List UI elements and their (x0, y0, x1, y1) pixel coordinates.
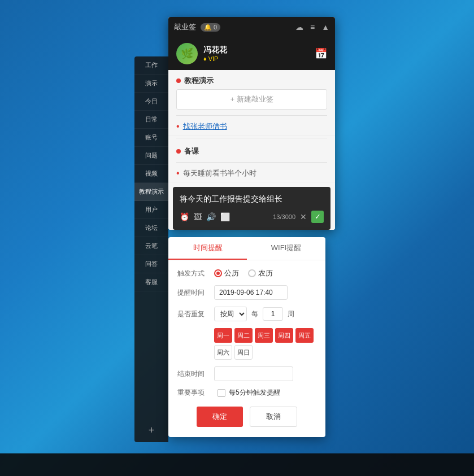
user-name-block: 冯花花 ♦ VIP (203, 45, 227, 62)
sidebar-item-9[interactable]: 论坛 (134, 219, 168, 237)
tutorial-section-header: 教程演示 (168, 70, 335, 89)
task-find-teacher[interactable]: • 找张老师借书 (168, 118, 335, 136)
sidebar-item-7[interactable]: 教程演示 (134, 183, 168, 201)
repeat-label: 是否重复 (177, 309, 214, 319)
important-row: 重要事项 每5分钟触发提醒 (177, 388, 316, 398)
edit-confirm-button[interactable]: ✓ (311, 211, 324, 223)
char-count: 13/3000 (273, 213, 295, 220)
weekday-thu[interactable]: 周四 (275, 328, 293, 343)
sidebar-item-3[interactable]: 日常 (134, 111, 168, 129)
weekday-wed[interactable]: 周三 (255, 328, 273, 343)
important-check-text: 每5分钟触发提醒 (229, 388, 280, 398)
task-read[interactable]: • 每天睡前看书半个小时 (168, 165, 335, 182)
taskbar (0, 453, 474, 476)
prepare-section-title: 备课 (184, 146, 199, 156)
audio-tool-icon[interactable]: 🔊 (206, 212, 216, 221)
user-name: 冯花花 (203, 45, 227, 55)
section-divider-2 (176, 138, 327, 138)
radio-dot-lunar (248, 269, 256, 277)
tab-wifi-reminder[interactable]: WIFI提醒 (247, 237, 325, 260)
task-bullet-icon-2: • (176, 169, 180, 178)
sidebar-item-8[interactable]: 用户 (134, 201, 168, 219)
end-time-control (214, 366, 316, 381)
tutorial-section-title: 教程演示 (184, 76, 214, 86)
reminder-dialog: 时间提醒 WIFI提醒 触发方式 公历 农历 提醒 (168, 237, 325, 437)
app-window: 敲业签 🔔 0 ☁ ≡ ▲ 🌿 冯花花 ♦ VIP 📅 教程演示 + 新建敲业 (168, 17, 335, 230)
sidebar-item-6[interactable]: 视频 (134, 165, 168, 183)
trigger-row: 触发方式 公历 农历 (177, 268, 316, 278)
repeat-unit-label: 周 (288, 309, 294, 319)
prepare-section-header: 备课 (168, 141, 335, 160)
new-task-button[interactable]: + 新建敲业签 (176, 89, 327, 110)
edit-toolbar: ⏰ 🖼 🔊 ⬜ 13/3000 ✕ ✓ (180, 211, 324, 223)
task-find-teacher-text: 找张老师借书 (183, 121, 227, 132)
edit-text[interactable]: 将今天的工作报告提交给组长 (180, 194, 324, 205)
red-dot-icon (176, 78, 181, 83)
sidebar-item-10[interactable]: 云笔 (134, 237, 168, 255)
sidebar-item-4[interactable]: 账号 (134, 129, 168, 147)
calendar-icon[interactable]: 📅 (315, 47, 327, 60)
menu-icon[interactable]: ≡ (310, 23, 315, 32)
repeat-number-input[interactable] (263, 307, 283, 321)
weekday-tue[interactable]: 周二 (234, 328, 253, 343)
reminder-tabs: 时间提醒 WIFI提醒 (168, 237, 325, 260)
sidebar-item-0[interactable]: 工作 (134, 56, 168, 75)
sidebar: 工作 演示 今日 日常 账号 问题 视频 教程演示 用户 论坛 云笔 问答 客服… (134, 56, 168, 442)
weekday-mon[interactable]: 周一 (214, 328, 232, 343)
user-info: 🌿 冯花花 ♦ VIP (176, 43, 227, 64)
section-divider-1 (176, 115, 327, 116)
image-tool-icon[interactable]: 🖼 (194, 212, 202, 221)
sidebar-item-5[interactable]: 问题 (134, 147, 168, 165)
important-control: 每5分钟触发提醒 (218, 388, 280, 398)
task-bullet-icon: • (176, 122, 180, 131)
repeat-control: 按周 按天 按月 每 周 (214, 307, 316, 321)
red-dot-icon-2 (176, 149, 181, 154)
square-tool-icon[interactable]: ⬜ (220, 212, 230, 221)
sidebar-item-12[interactable]: 客服 (134, 273, 168, 291)
important-checkbox[interactable] (218, 389, 225, 397)
task-read-text: 每天睡前看书半个小时 (183, 168, 256, 178)
end-time-row: 结束时间 (177, 366, 316, 381)
edit-box: 将今天的工作报告提交给组长 ⏰ 🖼 🔊 ⬜ 13/3000 ✕ ✓ (173, 187, 331, 230)
lunar-label: 农历 (258, 268, 273, 278)
repeat-row: 是否重复 按周 按天 按月 每 周 (177, 307, 316, 321)
add-category-button[interactable]: + (134, 425, 168, 436)
vip-badge: ♦ VIP (203, 55, 227, 62)
sidebar-item-2[interactable]: 今日 (134, 93, 168, 111)
trigger-control: 公历 农历 (214, 268, 316, 278)
notification-badge: 🔔 0 (201, 23, 220, 32)
time-control (214, 285, 316, 300)
app-title: 敲业签 (174, 22, 196, 32)
clock-tool-icon[interactable]: ⏰ (180, 212, 189, 221)
repeat-every-label: 每 (251, 309, 258, 319)
edit-close-button[interactable]: ✕ (300, 212, 307, 221)
end-time-label: 结束时间 (177, 369, 214, 379)
radio-group: 公历 农历 (214, 268, 273, 278)
main-content: 教程演示 + 新建敲业签 • 找张老师借书 备课 • 每天睡前看书半个小时 将今… (168, 70, 335, 230)
end-time-input[interactable] (214, 366, 293, 381)
repeat-select[interactable]: 按周 按天 按月 (214, 307, 247, 321)
time-label: 提醒时间 (177, 288, 214, 298)
user-header: 🌿 冯花花 ♦ VIP 📅 (168, 37, 335, 70)
title-bar-controls: ☁ ≡ ▲ (295, 23, 329, 32)
weekday-sun[interactable]: 周日 (234, 345, 253, 360)
sidebar-item-1[interactable]: 演示 (134, 75, 168, 93)
cloud-icon[interactable]: ☁ (295, 23, 303, 32)
important-label: 重要事项 (177, 388, 214, 398)
time-input[interactable] (214, 285, 288, 300)
radio-option-lunar-solar[interactable]: 公历 (214, 268, 239, 278)
cancel-button[interactable]: 取消 (250, 407, 297, 427)
weekday-sat[interactable]: 周六 (214, 345, 232, 360)
weekday-fri[interactable]: 周五 (295, 328, 314, 343)
section-divider-3 (176, 162, 327, 163)
title-bar: 敲业签 🔔 0 ☁ ≡ ▲ (168, 17, 335, 37)
action-row: 确定 取消 (177, 407, 316, 429)
confirm-button[interactable]: 确定 (197, 407, 243, 427)
radio-option-lunar[interactable]: 农历 (248, 268, 273, 278)
weekday-row: 周一 周二 周三 周四 周五 周六 周日 (177, 328, 316, 360)
sidebar-item-11[interactable]: 问答 (134, 255, 168, 273)
minimize-icon[interactable]: ▲ (321, 23, 329, 32)
solar-label: 公历 (224, 268, 239, 278)
tab-time-reminder[interactable]: 时间提醒 (168, 237, 247, 260)
reminder-body: 触发方式 公历 农历 提醒时间 (168, 260, 325, 437)
